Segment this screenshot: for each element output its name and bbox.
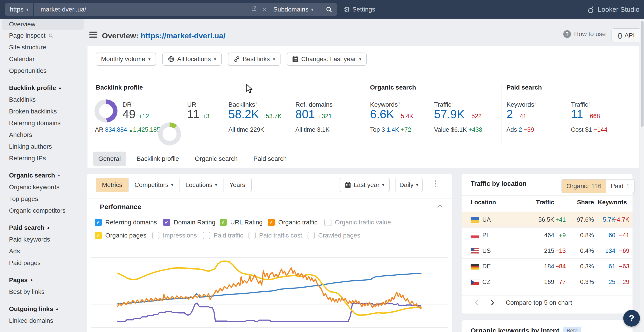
help-button[interactable]: ? xyxy=(623,310,640,326)
sidebar-item-linking-authors[interactable]: Linking authors xyxy=(0,141,86,152)
more-options-icon[interactable] xyxy=(434,180,438,188)
prev-page-icon[interactable] xyxy=(475,300,479,306)
next-page-icon[interactable] xyxy=(490,300,494,306)
backlinks-value[interactable]: 58.2K xyxy=(228,108,259,121)
location-traffic: 464 xyxy=(544,228,554,243)
location-keywords[interactable]: 60 xyxy=(608,228,615,243)
ref-domains-value[interactable]: 801 xyxy=(296,108,315,121)
search-button[interactable] xyxy=(321,3,337,16)
segment-competitors[interactable]: Competitors▾ xyxy=(128,178,180,192)
sidebar-section-pages[interactable]: Pages▲ xyxy=(0,274,86,286)
sidebar-item-ads[interactable]: Ads xyxy=(0,246,86,257)
settings-button[interactable]: ⚙ Settings xyxy=(344,3,375,16)
tab-paid-search[interactable]: Paid search xyxy=(248,152,292,166)
menu-icon[interactable] xyxy=(89,32,98,39)
metric-checkbox-impressions[interactable]: Impressions xyxy=(152,232,197,239)
location-row-US[interactable]: US215−130.4%134−69 xyxy=(462,243,632,259)
metric-checkbox-referring-domains[interactable]: ✓Referring domains xyxy=(95,219,157,226)
ads-value[interactable]: 2 xyxy=(519,126,522,133)
location-row-PL[interactable]: PL464+90.8%60−41 xyxy=(462,227,632,243)
sidebar-item-calendar[interactable]: Calendar xyxy=(0,53,86,65)
collapse-chevron-icon[interactable] xyxy=(437,204,443,209)
sidebar-item-paid-keywords[interactable]: Paid keywords xyxy=(0,234,86,246)
sidebar-item-backlinks[interactable]: Backlinks xyxy=(0,94,86,106)
api-button[interactable]: {} API xyxy=(612,28,641,42)
metric-checkbox-crawled-pages[interactable]: Crawled pages xyxy=(308,232,360,239)
metric-checkbox-url-rating[interactable]: ✓URL Rating xyxy=(220,219,263,226)
tab-backlink-profile[interactable]: Backlink profile xyxy=(131,152,184,166)
info-icon[interactable]: i xyxy=(334,101,335,105)
sidebar-item-page-inspect[interactable]: Page inspect xyxy=(0,30,86,42)
toggle-paid[interactable]: Paid 1 xyxy=(606,180,634,192)
changes-period-dropdown[interactable]: Changes: Last year▾ xyxy=(287,52,367,66)
protocol-dropdown[interactable]: https ▾ xyxy=(5,3,33,16)
checked-checkbox-icon: ✓ xyxy=(220,219,227,226)
paid-keywords-value[interactable]: 2 xyxy=(506,108,513,121)
info-icon[interactable]: i xyxy=(197,101,198,105)
location-keywords[interactable]: 61 xyxy=(608,259,615,274)
scope-dropdown[interactable]: Subdomains ▾ xyxy=(266,3,321,16)
chevron-down-icon: ▾ xyxy=(382,182,384,188)
tab-organic-search[interactable]: Organic search xyxy=(190,152,243,166)
segment-locations[interactable]: Locations▾ xyxy=(180,178,224,192)
paid-traffic-value[interactable]: 11 xyxy=(571,108,583,121)
info-icon[interactable]: i xyxy=(535,101,536,105)
segment-metrics[interactable]: Metrics xyxy=(96,178,128,192)
metric-checkbox-organic-pages[interactable]: ✓Organic pages xyxy=(95,232,146,239)
metric-checkbox-organic-traffic[interactable]: ✓Organic traffic xyxy=(268,219,318,226)
sidebar-item-overview[interactable]: Overview xyxy=(2,19,84,30)
location-keywords[interactable]: 134 xyxy=(605,243,615,259)
target-url-link[interactable]: https://market-dveri.ua/ xyxy=(141,31,226,40)
location-row-CZ[interactable]: CZ169−770.3%25−29 xyxy=(462,274,632,290)
toggle-organic[interactable]: Organic 116 xyxy=(562,180,606,192)
sidebar-item-referring-domains[interactable]: Referring domains xyxy=(0,117,86,129)
scrollbar-thumb[interactable] xyxy=(641,21,644,127)
top3-value[interactable]: 1.4K xyxy=(387,126,399,133)
sidebar-item-best-by-links[interactable]: Best by links xyxy=(0,286,86,298)
info-icon[interactable]: i xyxy=(589,101,590,105)
info-icon[interactable]: i xyxy=(256,101,257,105)
granularity-dropdown[interactable]: Daily▾ xyxy=(395,178,422,192)
divider xyxy=(87,198,452,198)
sidebar-section-outgoing-links[interactable]: Outgoing links▲ xyxy=(0,303,86,315)
sidebar-section-paid-search[interactable]: Paid search▲ xyxy=(0,222,86,234)
performance-chart[interactable] xyxy=(90,248,452,332)
tab-general[interactable]: General xyxy=(93,152,126,166)
organic-traffic-value[interactable]: 57.9K xyxy=(434,108,465,121)
sidebar-item-anchors[interactable]: Anchors xyxy=(0,129,86,141)
compare-top5-button[interactable]: Compare top 5 on chart xyxy=(506,299,572,306)
ar-value[interactable]: 834,884 xyxy=(105,126,127,133)
segment-years[interactable]: Years xyxy=(224,178,251,192)
best-links-dropdown[interactable]: Best links▾ xyxy=(228,52,280,66)
metric-checkbox-paid-traffic-cost[interactable]: Paid traffic cost xyxy=(248,232,302,239)
location-row-UA[interactable]: UA56.5K+4197.6%5.7K−4.7K xyxy=(462,212,632,228)
organic-keywords-value[interactable]: 6.6K xyxy=(370,108,394,121)
sidebar-section-organic-search[interactable]: Organic search▲ xyxy=(0,170,86,181)
metric-checkbox-organic-traffic-value[interactable]: Organic traffic value xyxy=(324,219,391,226)
sidebar-item-referring-ips[interactable]: Referring IPs xyxy=(0,152,86,164)
sidebar-item-opportunities[interactable]: Opportunities xyxy=(0,65,86,77)
locations-filter-dropdown[interactable]: All locations▾ xyxy=(162,52,222,66)
location-keywords[interactable]: 25 xyxy=(608,274,615,290)
open-external-icon[interactable] xyxy=(251,6,257,14)
sidebar-item-paid-pages[interactable]: Paid pages xyxy=(0,257,86,269)
sidebar-item-site-structure[interactable]: Site structure xyxy=(0,42,86,53)
info-icon[interactable]: i xyxy=(132,101,134,105)
info-icon[interactable]: i xyxy=(452,101,453,105)
how-to-use-button[interactable]: ? How to use xyxy=(563,30,606,38)
sidebar-item-broken-backlinks[interactable]: Broken backlinks xyxy=(0,106,86,117)
metric-checkbox-paid-traffic[interactable]: Paid traffic xyxy=(203,232,243,239)
sidebar-section-backlink-profile[interactable]: Backlink profile▲ xyxy=(0,82,86,94)
sidebar-item-organic-competitors[interactable]: Organic competitors xyxy=(0,205,86,216)
sidebar-item-organic-keywords[interactable]: Organic keywords xyxy=(0,181,86,193)
volume-mode-dropdown[interactable]: Monthly volume▾ xyxy=(96,52,156,66)
metric-checkbox-domain-rating[interactable]: ✓Domain Rating xyxy=(163,219,215,226)
info-icon[interactable]: i xyxy=(399,101,400,105)
url-input[interactable]: market-dveri.ua/ ✕ xyxy=(34,3,272,16)
sidebar-item-linked-domains[interactable]: Linked domains xyxy=(0,315,86,326)
location-row-DE[interactable]: DE184−840.3%61−63 xyxy=(462,258,632,274)
sidebar-item-top-pages[interactable]: Top pages xyxy=(0,193,86,205)
calendar-icon xyxy=(345,182,351,188)
date-range-dropdown[interactable]: Last year▾ xyxy=(340,178,390,192)
overview-tabs: General Backlink profile Organic search … xyxy=(93,152,292,166)
